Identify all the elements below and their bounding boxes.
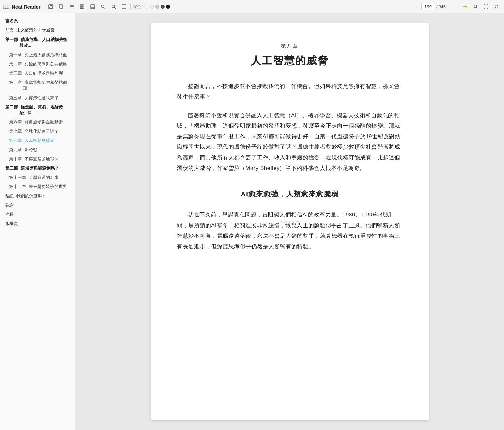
color-dot-light[interactable] — [150, 5, 154, 9]
paragraph-2: 隨著科幻小說和現實合併融入人工智慧（AI）、機器學習、機器人技術和自動化的領域，… — [177, 110, 403, 174]
color-dot-gray[interactable] — [155, 5, 159, 9]
page-view-button[interactable] — [119, 2, 129, 11]
sidebar-item-ch2[interactable]: 第二章 失控的民間與公共債務 — [0, 60, 75, 69]
copy-button[interactable] — [56, 2, 66, 11]
chapter-num: 後記 — [5, 193, 14, 199]
chapter-title-text: 我們該怎麼辦？ — [15, 193, 70, 199]
app-icon: 📖 — [3, 3, 10, 10]
chapter-num: 第九章 — [9, 147, 22, 153]
chapter-num: 第十二章 — [9, 184, 26, 190]
chapter-num: 前言 — [5, 28, 14, 33]
sidebar-item-ch11[interactable]: 第十一章 暗黑命運的到來 — [0, 173, 75, 182]
sidebar-item-afterword[interactable]: 後記 我們該怎麼辦？ — [0, 192, 75, 201]
chapter-title-text: 全球化結束了嗎？ — [23, 128, 70, 134]
chapter-num: 版權頁 — [5, 221, 18, 227]
grid-button[interactable] — [77, 2, 87, 11]
chapter-title: 人工智慧的威脅 — [177, 54, 403, 68]
paragraph-1: 整體而言，科技進步並不會摧毀我們的工作機會。但如果科技竟然擁有智慧，那又會發生什… — [177, 81, 403, 103]
chapter-num: 第十章 — [9, 156, 22, 162]
page-total: / 345 — [436, 4, 446, 9]
chapter-title-text: 這場災難能避免嗎？ — [19, 165, 70, 171]
sidebar-item-ch9[interactable]: 第九章 新冷戰 — [0, 145, 75, 155]
svg-rect-1 — [50, 5, 52, 6]
sidebar-item-part2[interactable]: 第二部 從金融、貿易、地緣政治、科... — [0, 103, 75, 118]
chapter-num: 第三部 — [5, 165, 18, 171]
chapter-num: 第一部 — [5, 37, 18, 43]
sidebar-item-ch6[interactable]: 第六章 貨幣崩壞與金融動盪 — [0, 118, 75, 127]
sidebar-item-ch8[interactable]: 第八章 人工智慧的威脅 — [0, 136, 75, 145]
svg-rect-11 — [82, 7, 84, 9]
chapter-title-text: 債務危機、人口結構失衡與政... — [19, 37, 70, 48]
chapter-num: 第一章 — [9, 52, 22, 58]
sidebar-item-preface[interactable]: 前言 未來經濟的十大威脅 — [0, 26, 75, 35]
search2-button[interactable] — [109, 2, 118, 11]
chapter-num: 第六章 — [9, 119, 22, 125]
color-dot-black[interactable] — [166, 5, 170, 9]
sidebar-item-ch12[interactable]: 第十二章 未來是更競爭的世界 — [0, 182, 75, 191]
svg-line-16 — [104, 7, 105, 9]
sidebar-item-ch5[interactable]: 第五章 大停滯性通脹來了 — [0, 93, 75, 103]
chapter-title-text: 不再宜居的地球？ — [23, 156, 70, 162]
chapter-title-text: 失控的民間與公共債務 — [23, 61, 70, 67]
chapter-title-text: 從金融、貿易、地緣政治、科... — [19, 104, 70, 116]
svg-point-17 — [112, 5, 115, 8]
app-title: Neat Reader — [12, 4, 41, 9]
main-area: 書名頁 前言 未來經濟的十大威脅第一部 債務危機、人口結構失衡與政...第一章 … — [0, 13, 504, 430]
chapter-title-text: 史上最大債務危機將至 — [23, 52, 70, 58]
sidebar-item-copyright[interactable]: 版權頁 — [0, 219, 75, 228]
chapter-num: 致謝 — [5, 202, 14, 208]
chapter-title-text: 暗黑命運的到來 — [27, 175, 70, 180]
expand-button[interactable] — [481, 2, 491, 11]
sidebar-toc: 前言 未來經濟的十大威脅第一部 債務危機、人口結構失衡與政...第一章 史上最大… — [0, 26, 75, 228]
app-brand: 📖 Neat Reader — [3, 3, 41, 10]
chapter-title-text: 人口結構的定時炸彈 — [23, 70, 70, 76]
page-nav: ‹ / 345 › — [412, 3, 455, 10]
chapter-num: 第八章 — [9, 138, 22, 143]
sidebar-item-ch10[interactable]: 第十章 不再宜居的地球？ — [0, 155, 75, 164]
page-input[interactable] — [421, 3, 435, 10]
menu-button[interactable] — [67, 2, 77, 11]
sidebar-item-ch3[interactable]: 第三章 人口結構的定時炸彈 — [0, 69, 75, 78]
search1-button[interactable] — [98, 2, 108, 11]
collapse-button[interactable] — [492, 2, 501, 11]
chapter-num: 注釋 — [5, 212, 14, 217]
search-right-button[interactable] — [471, 2, 480, 11]
toolbar-right-icons: ☀ — [460, 2, 501, 11]
sidebar-item-part3[interactable]: 第三部 這場災難能避免嗎？ — [0, 164, 75, 173]
svg-point-21 — [474, 5, 477, 8]
chapter-title-text: 寬鬆貨幣陷阱和榮枯循環 — [23, 80, 70, 91]
sidebar-item-ch4[interactable]: 第四章 寬鬆貨幣陷阱和榮枯循環 — [0, 78, 75, 93]
chapter-num: 第四章 — [9, 80, 22, 85]
toolbar-icons — [46, 2, 129, 11]
sidebar-item-thanks[interactable]: 致謝 — [0, 201, 75, 210]
page-paper: navona.cn 第八章 人工智慧的威脅 整體而言，科技進步並不會摧毀我們的工… — [151, 23, 429, 420]
chapter-num: 第七章 — [9, 128, 22, 134]
chapter-title-text: 人工智慧的威脅 — [23, 138, 70, 143]
color-dot-white[interactable] — [145, 5, 149, 9]
sidebar-item-ch7[interactable]: 第七章 全球化結束了嗎？ — [0, 127, 75, 136]
paragraph-3: 就在不久前，舉證責任問題，曾阻礙人們相信AI的改革力量。1980、1990年代期… — [177, 210, 403, 252]
sun-button[interactable]: ☀ — [460, 2, 470, 11]
chapter-num: 第五章 — [9, 95, 22, 101]
prev-page-button[interactable]: ‹ — [412, 3, 420, 10]
svg-rect-12 — [91, 5, 95, 9]
chapter-label: 第八章 — [177, 43, 403, 50]
color-dots — [145, 5, 170, 9]
svg-rect-9 — [82, 5, 84, 6]
color-dot-dark[interactable] — [161, 5, 165, 9]
svg-rect-4 — [59, 5, 62, 8]
sidebar-item-notes[interactable]: 注釋 — [0, 210, 75, 219]
chapter-num: 第二部 — [5, 104, 18, 110]
chapter-num: 第三章 — [9, 70, 22, 76]
sidebar-item-ch1[interactable]: 第一章 史上最大債務危機將至 — [0, 50, 75, 60]
svg-rect-8 — [80, 5, 82, 6]
sidebar-item-part1[interactable]: 第一部 債務危機、人口結構失衡與政... — [0, 35, 75, 50]
next-page-button[interactable]: › — [447, 3, 455, 10]
svg-line-18 — [114, 7, 116, 9]
toolbar-sep1 — [130, 3, 131, 10]
chapter-num: 第二章 — [9, 61, 22, 67]
chapter-num: 第十一章 — [9, 175, 26, 180]
layout-button[interactable] — [88, 2, 98, 11]
save-button[interactable] — [46, 2, 56, 11]
chapter-title-text: 未來是更競爭的世界 — [27, 184, 70, 190]
